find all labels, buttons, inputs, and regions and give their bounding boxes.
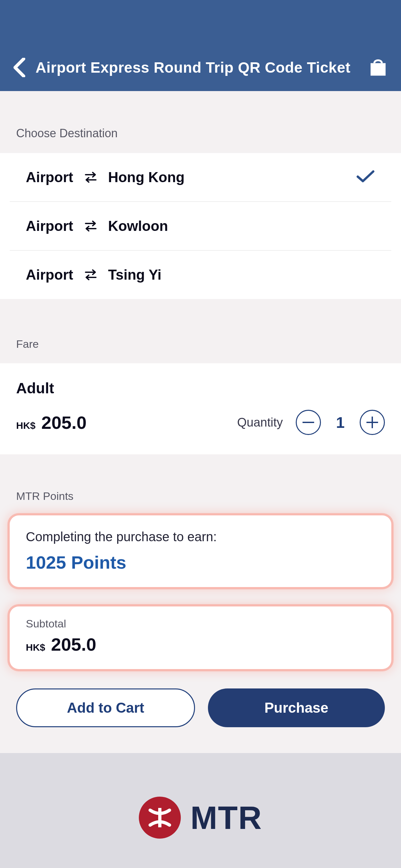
- fare-section-label: Fare: [0, 299, 401, 363]
- quantity-value: 1: [334, 414, 347, 431]
- fare-currency: HK$: [16, 420, 35, 431]
- round-trip-icon: [84, 220, 97, 232]
- quantity-decrease-button[interactable]: [296, 410, 321, 435]
- quantity-label: Quantity: [237, 415, 283, 430]
- subtotal-amount: 205.0: [51, 634, 96, 655]
- chevron-left-icon: [13, 58, 26, 77]
- subtotal-label: Subtotal: [26, 617, 375, 630]
- destination-list: Airport Hong Kong Airport: [0, 153, 401, 299]
- points-earn-label: Completing the purchase to earn:: [26, 530, 375, 544]
- check-icon: [356, 169, 375, 185]
- destination-option-tsingyi[interactable]: Airport Tsing Yi: [10, 251, 391, 299]
- points-earn-card: Completing the purchase to earn: 1025 Po…: [10, 516, 391, 587]
- svg-rect-0: [303, 422, 314, 423]
- round-trip-icon: [84, 172, 97, 183]
- fare-type: Adult: [16, 379, 385, 397]
- subtotal-card: Subtotal HK$ 205.0: [10, 607, 391, 669]
- plus-icon: [366, 416, 378, 428]
- action-buttons: Add to Cart Purchase: [0, 688, 401, 727]
- destination-section-label: Choose Destination: [0, 91, 401, 153]
- subtotal-currency: HK$: [26, 642, 45, 653]
- fare-price: HK$ 205.0: [16, 412, 87, 433]
- app-header: Airport Express Round Trip QR Code Ticke…: [0, 0, 401, 91]
- footer-brand: MTR: [0, 753, 401, 868]
- destination-to: Tsing Yi: [108, 267, 161, 283]
- svg-rect-2: [372, 416, 373, 428]
- destination-option-kowloon[interactable]: Airport Kowloon: [10, 202, 391, 251]
- page-title: Airport Express Round Trip QR Code Ticke…: [35, 59, 359, 76]
- fare-amount: 205.0: [41, 412, 87, 433]
- destination-from: Airport: [26, 267, 73, 283]
- destination-from: Airport: [26, 169, 73, 185]
- svg-rect-3: [158, 808, 161, 827]
- mtr-logo-icon: [139, 797, 181, 839]
- back-button[interactable]: [13, 58, 26, 77]
- purchase-button[interactable]: Purchase: [208, 688, 385, 727]
- round-trip-icon: [84, 269, 97, 281]
- fare-card: Adult HK$ 205.0 Quantity 1: [0, 363, 401, 454]
- quantity-increase-button[interactable]: [360, 410, 385, 435]
- points-earn-value: 1025 Points: [26, 552, 375, 573]
- destination-to: Kowloon: [108, 218, 168, 234]
- shopping-bag-icon: [368, 57, 388, 77]
- destination-from: Airport: [26, 218, 73, 234]
- minus-icon: [303, 422, 314, 423]
- destination-to: Hong Kong: [108, 169, 185, 185]
- mtr-brand-text: MTR: [190, 799, 263, 836]
- cart-button[interactable]: [368, 57, 388, 78]
- destination-option-hongkong[interactable]: Airport Hong Kong: [10, 153, 391, 202]
- points-section-label: MTR Points: [0, 454, 401, 516]
- add-to-cart-button[interactable]: Add to Cart: [16, 688, 195, 727]
